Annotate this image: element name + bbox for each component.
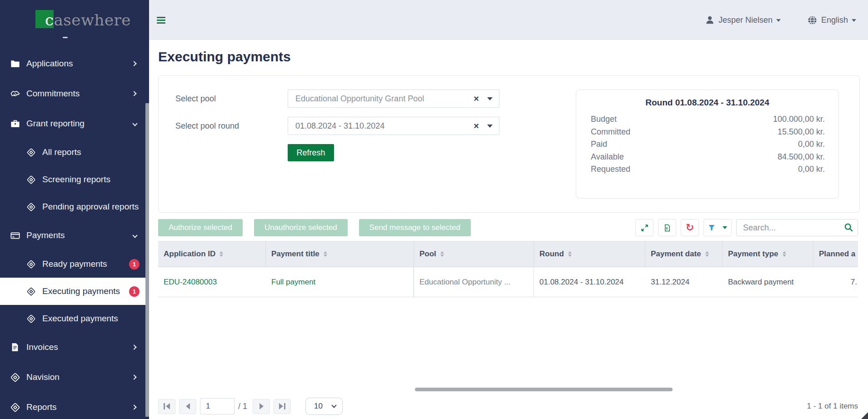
unauthorize-selected-button[interactable]: Unauthorize selected xyxy=(254,219,348,236)
grid-header-row: Application ID Payment title Pool Round … xyxy=(158,241,858,267)
page-size-select[interactable]: 10 xyxy=(305,398,343,415)
summary-value: 84.500,00 kr. xyxy=(778,152,825,162)
sidebar-item-label: All reports xyxy=(42,147,81,157)
language-menu[interactable]: English xyxy=(807,15,856,25)
column-label: Application ID xyxy=(164,249,215,259)
filter-button[interactable] xyxy=(703,219,732,236)
pool-form-row: Select pool Educational Opportunity Gran… xyxy=(175,90,499,108)
sidebar-item-grant-reporting[interactable]: Grant reporting xyxy=(0,109,146,139)
last-page-button[interactable] xyxy=(274,399,291,414)
sidebar-item-ready-payments[interactable]: Ready payments 1 xyxy=(0,250,146,278)
resize-grip xyxy=(861,412,868,419)
first-page-button[interactable] xyxy=(158,399,175,414)
send-message-button[interactable]: Send message to selected xyxy=(359,219,471,236)
search-input[interactable] xyxy=(736,219,858,236)
column-header-application-id[interactable]: Application ID xyxy=(158,241,266,267)
column-label: Planned a xyxy=(819,249,855,259)
summary-row-available: Available 84.500,00 kr. xyxy=(576,151,838,164)
sidebar-item-label: Executed payments xyxy=(42,314,118,324)
brand-logo[interactable]: casewhere xyxy=(0,0,149,49)
chevron-right-icon xyxy=(131,91,136,96)
cell-planned-amount: 7. xyxy=(813,267,858,297)
previous-page-button[interactable] xyxy=(179,399,196,414)
pool-round-select[interactable]: 01.08.2024 - 31.10.2024 × xyxy=(288,117,499,135)
chevron-down-icon[interactable] xyxy=(723,226,727,229)
workflow-icon xyxy=(10,402,20,413)
payment-title-link[interactable]: Full payment xyxy=(271,278,315,287)
page-count-label: / 1 xyxy=(238,402,247,411)
chevron-down-icon[interactable] xyxy=(487,125,493,128)
sidebar-item-commitments[interactable]: Commitments xyxy=(0,79,146,109)
sidebar-item-executing-payments[interactable]: Executing payments 1 xyxy=(0,278,146,305)
hamburger-menu-icon[interactable] xyxy=(157,15,165,25)
sort-icon xyxy=(568,251,572,257)
column-header-payment-title[interactable]: Payment title xyxy=(266,241,414,267)
sidebar-item-invoices[interactable]: Invoices xyxy=(0,332,146,362)
clear-icon[interactable]: × xyxy=(474,121,479,130)
user-menu[interactable]: Jesper Nielsen xyxy=(705,15,781,25)
credit-card-icon xyxy=(10,230,20,241)
sidebar-item-applications[interactable]: Applications xyxy=(0,49,146,79)
horizontal-scrollbar-thumb[interactable] xyxy=(415,388,673,391)
sidebar-item-payments[interactable]: Payments xyxy=(0,220,146,250)
grid-search xyxy=(736,219,858,236)
summary-label: Available xyxy=(591,152,624,162)
sidebar-item-executed-payments[interactable]: Executed payments xyxy=(0,305,146,332)
column-header-payment-date[interactable]: Payment date xyxy=(645,241,723,267)
clear-icon[interactable]: × xyxy=(474,94,479,103)
column-header-pool[interactable]: Pool xyxy=(414,241,534,267)
chevron-down-icon xyxy=(776,19,781,22)
sidebar-item-screening-reports[interactable]: Screening reports xyxy=(0,166,146,193)
column-label: Round xyxy=(539,249,564,259)
items-count-label: 1 - 1 of 1 items xyxy=(807,402,858,411)
payments-grid: Application ID Payment title Pool Round … xyxy=(158,241,858,297)
search-icon[interactable] xyxy=(844,223,853,232)
sidebar-item-navision[interactable]: Navision xyxy=(0,362,146,392)
excel-file-icon: x xyxy=(663,224,671,232)
sidebar-item-pending-approval-reports[interactable]: Pending approval reports xyxy=(0,193,146,220)
column-header-planned-amount[interactable]: Planned a xyxy=(813,241,858,267)
chevron-down-icon[interactable] xyxy=(487,97,493,100)
pool-select[interactable]: Educational Opportunity Grant Pool × xyxy=(288,90,499,108)
chevron-right-icon xyxy=(131,61,136,66)
sort-icon xyxy=(783,251,786,257)
sort-icon xyxy=(324,251,327,257)
sidebar-item-label: Pending approval reports xyxy=(42,202,139,212)
workflow-icon xyxy=(26,314,36,324)
sidebar-item-all-reports[interactable]: All reports xyxy=(0,139,146,166)
workflow-icon xyxy=(26,148,36,157)
summary-row-requested: Requested 0,00 kr. xyxy=(576,163,838,176)
page-number-input[interactable] xyxy=(200,398,234,414)
sidebar-scrollbar[interactable] xyxy=(145,0,149,419)
refresh-button[interactable]: Refresh xyxy=(288,144,334,161)
app-root: casewhere Applications Commitments xyxy=(0,0,868,419)
summary-row-paid: Paid 0,00 kr. xyxy=(576,138,838,151)
application-id-link[interactable]: EDU-24080003 xyxy=(164,278,217,287)
main-content: Executing payments Select pool Education… xyxy=(149,40,868,419)
authorize-selected-button[interactable]: Authorize selected xyxy=(158,219,243,236)
sidebar-item-label: Applications xyxy=(26,59,73,69)
summary-value: 0,00 kr. xyxy=(798,140,825,149)
export-excel-button[interactable]: x xyxy=(658,219,676,236)
sort-icon xyxy=(219,251,223,257)
grid-tools: x ↻ xyxy=(631,219,858,236)
cell-payment-title: Full payment xyxy=(266,267,414,297)
summary-value: 0,00 kr. xyxy=(798,165,825,174)
table-row[interactable]: EDU-24080003 Full payment Educational Op… xyxy=(158,267,858,297)
summary-value: 100.000,00 kr. xyxy=(773,115,825,124)
reload-grid-button[interactable]: ↻ xyxy=(681,219,699,236)
next-page-button[interactable] xyxy=(253,399,270,414)
column-header-payment-type[interactable]: Payment type xyxy=(723,241,813,267)
summary-value: 15.500,00 kr. xyxy=(778,127,825,137)
workflow-icon xyxy=(26,175,36,185)
expand-grid-button[interactable] xyxy=(635,219,653,236)
chevron-right-icon xyxy=(131,374,136,379)
user-name: Jesper Nielsen xyxy=(718,15,773,25)
workflow-icon xyxy=(10,372,20,383)
sidebar-item-label: Navision xyxy=(26,372,60,382)
pool-select-value: Educational Opportunity Grant Pool xyxy=(295,94,474,104)
column-header-round[interactable]: Round xyxy=(534,241,645,267)
column-label: Payment type xyxy=(728,249,778,259)
sidebar-item-reports[interactable]: Reports xyxy=(0,392,146,419)
sidebar-scrollbar-thumb[interactable] xyxy=(145,103,149,417)
